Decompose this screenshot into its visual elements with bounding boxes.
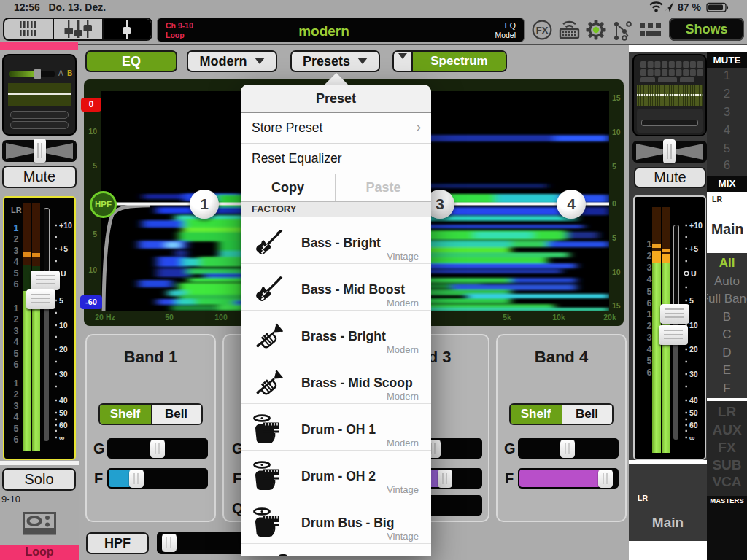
svg-text:40: 40 [59,395,68,404]
svg-text:10: 10 [59,320,68,329]
svg-text:20: 20 [59,344,68,353]
svg-text:FX: FX [536,25,549,36]
svg-text:50: 50 [689,408,698,417]
svg-text:U: U [691,269,697,278]
svg-text:87 %: 87 % [678,1,701,13]
svg-text:10: 10 [689,321,698,330]
svg-text:40: 40 [689,396,698,405]
svg-text:60: 60 [59,420,68,429]
svg-text:+5: +5 [689,244,698,253]
svg-text:U: U [61,269,66,278]
svg-text:30: 30 [59,369,68,378]
svg-text:5: 5 [689,296,694,305]
svg-text:+10: +10 [689,221,703,230]
svg-text:∞: ∞ [689,433,695,442]
svg-text:50: 50 [59,408,68,416]
svg-text:30: 30 [689,370,698,378]
svg-text:60: 60 [689,421,698,429]
svg-text:+5: +5 [59,244,68,252]
svg-text:+10: +10 [59,220,72,229]
svg-text:∞: ∞ [59,432,65,441]
svg-text:5: 5 [59,295,63,304]
svg-text:20: 20 [689,345,698,354]
